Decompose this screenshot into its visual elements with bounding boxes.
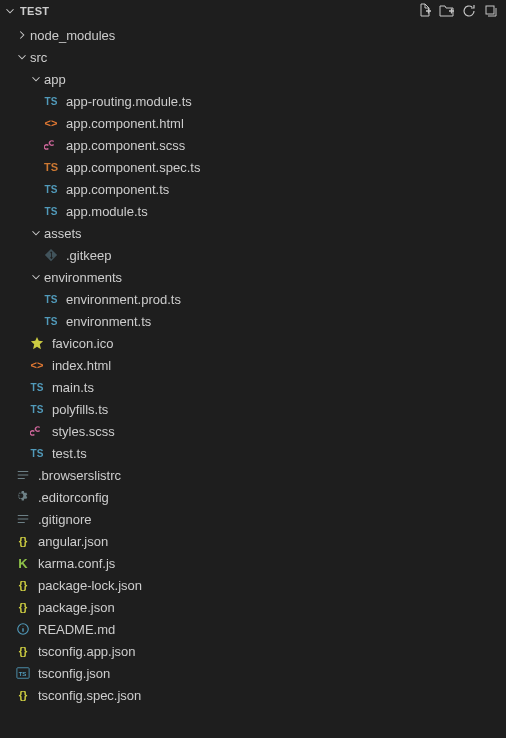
file-label: app.component.html [66,116,184,131]
typescript-icon: TS [28,444,46,462]
file-label: angular.json [38,534,108,549]
folder-assets[interactable]: assets [0,222,506,244]
file-label: .gitkeep [66,248,112,263]
file-label: package-lock.json [38,578,142,593]
file-package-lock[interactable]: {} package-lock.json [0,574,506,596]
file-app-component-scss[interactable]: app.component.scss [0,134,506,156]
file-angular-json[interactable]: {} angular.json [0,530,506,552]
collapse-all-button[interactable] [482,2,500,20]
file-styles-scss[interactable]: styles.scss [0,420,506,442]
info-icon [14,620,32,638]
file-tree: node_modules src app TS app-routing.modu… [0,22,506,706]
header-actions [416,2,502,20]
file-polyfills[interactable]: TS polyfills.ts [0,398,506,420]
typescript-icon: TS [42,180,60,198]
file-label: .editorconfig [38,490,109,505]
file-app-routing[interactable]: TS app-routing.module.ts [0,90,506,112]
tsconfig-icon: TS [14,664,32,682]
file-label: karma.conf.js [38,556,115,571]
typescript-icon: TS [42,312,60,330]
file-tsconfig-spec[interactable]: {} tsconfig.spec.json [0,684,506,706]
file-label: package.json [38,600,115,615]
config-lines-icon [14,510,32,528]
file-label: favicon.ico [52,336,113,351]
config-lines-icon [14,466,32,484]
folder-label: assets [44,226,82,241]
file-gitkeep[interactable]: .gitkeep [0,244,506,266]
typescript-icon: TS [42,290,60,308]
file-favicon[interactable]: favicon.ico [0,332,506,354]
file-label: main.ts [52,380,94,395]
chevron-down-icon [28,225,44,241]
file-label: app.component.ts [66,182,169,197]
favicon-icon [28,334,46,352]
file-app-module[interactable]: TS app.module.ts [0,200,506,222]
chevron-down-icon [28,269,44,285]
file-label: tsconfig.app.json [38,644,136,659]
folder-app[interactable]: app [0,68,506,90]
file-label: app.component.spec.ts [66,160,200,175]
file-label: README.md [38,622,115,637]
file-editorconfig[interactable]: .editorconfig [0,486,506,508]
file-label: app.component.scss [66,138,185,153]
file-index-html[interactable]: <> index.html [0,354,506,376]
folder-src[interactable]: src [0,46,506,68]
html-icon: <> [42,114,60,132]
file-label: .gitignore [38,512,91,527]
file-app-component-html[interactable]: <> app.component.html [0,112,506,134]
chevron-down-icon [14,49,30,65]
file-explorer: TEST node_modules [0,0,506,738]
scss-icon [42,136,60,154]
folder-label: environments [44,270,122,285]
folder-label: node_modules [30,28,115,43]
explorer-header: TEST [0,0,506,22]
file-browserslistrc[interactable]: .browserslistrc [0,464,506,486]
file-tsconfig-app[interactable]: {} tsconfig.app.json [0,640,506,662]
typescript-icon: TS [28,400,46,418]
file-tsconfig-json[interactable]: TS tsconfig.json [0,662,506,684]
json-icon: {} [14,642,32,660]
header-left[interactable]: TEST [2,3,416,19]
refresh-button[interactable] [460,2,478,20]
folder-label: src [30,50,47,65]
file-app-component-spec[interactable]: TS app.component.spec.ts [0,156,506,178]
file-label: environment.prod.ts [66,292,181,307]
folder-node-modules[interactable]: node_modules [0,24,506,46]
json-icon: {} [14,686,32,704]
file-environment-ts[interactable]: TS environment.ts [0,310,506,332]
file-label: polyfills.ts [52,402,108,417]
file-label: app.module.ts [66,204,148,219]
git-icon [42,246,60,264]
file-readme[interactable]: README.md [0,618,506,640]
new-folder-button[interactable] [438,2,456,20]
typescript-icon: TS [42,92,60,110]
file-label: environment.ts [66,314,151,329]
json-icon: {} [14,598,32,616]
file-label: tsconfig.spec.json [38,688,141,703]
typescript-icon: TS [42,202,60,220]
folder-environments[interactable]: environments [0,266,506,288]
chevron-down-icon [28,71,44,87]
file-package-json[interactable]: {} package.json [0,596,506,618]
scss-icon [28,422,46,440]
chevron-down-icon [2,3,18,19]
typescript-spec-icon: TS [42,158,60,176]
file-label: index.html [52,358,111,373]
file-label: styles.scss [52,424,115,439]
file-label: test.ts [52,446,87,461]
file-main-ts[interactable]: TS main.ts [0,376,506,398]
file-karma-conf[interactable]: K karma.conf.js [0,552,506,574]
new-file-button[interactable] [416,2,434,20]
file-app-component-ts[interactable]: TS app.component.ts [0,178,506,200]
project-title: TEST [20,5,49,17]
file-gitignore[interactable]: .gitignore [0,508,506,530]
folder-label: app [44,72,66,87]
html-icon: <> [28,356,46,374]
json-icon: {} [14,532,32,550]
karma-icon: K [14,554,32,572]
chevron-right-icon [14,27,30,43]
file-environment-prod[interactable]: TS environment.prod.ts [0,288,506,310]
file-test-ts[interactable]: TS test.ts [0,442,506,464]
file-label: app-routing.module.ts [66,94,192,109]
svg-text:TS: TS [19,670,27,677]
